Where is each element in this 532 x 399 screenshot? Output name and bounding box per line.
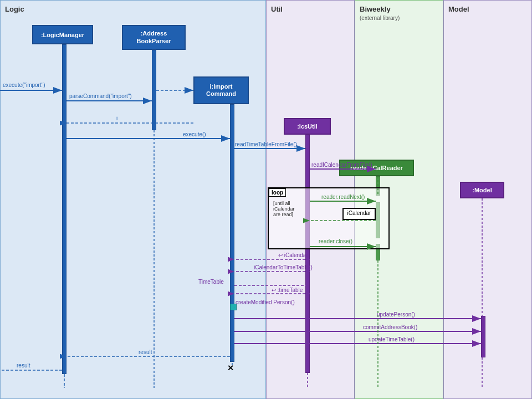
label-commitaddressbook: commitAddressBook() (363, 324, 417, 330)
activation-logicmanager (62, 44, 66, 374)
lifeline-icsutil: :IcsUtil (284, 118, 331, 135)
swimlane-util-title: Util (271, 5, 283, 13)
label-updatetimetable: updateTimeTable() (369, 336, 415, 342)
label-i-return: i (116, 115, 117, 121)
label-execute-import: execute("import") (3, 82, 45, 88)
label-result2: result (17, 362, 30, 369)
label-timetable-return: ↩ :timeTable (272, 287, 303, 293)
lifeline-model: :Model (460, 182, 504, 198)
icalendar-return-box: iCalendar (342, 208, 376, 220)
label-icalendar2: ↩ iCalendar (278, 252, 308, 258)
label-readicalendar: readICalendarFromFile() (311, 162, 372, 168)
label-createmodified: createModified Person() (236, 299, 295, 305)
diagram-container: Logic Util Biweekly (external library) M… (0, 0, 532, 399)
swimlane-biweekly-title: Biweekly (external library) (360, 5, 400, 22)
swimlane-model-title: Model (448, 5, 469, 13)
loop-condition: [until alliCalendarare read] (273, 201, 295, 217)
label-readtimetable: readTimeTableFromFile() (235, 141, 297, 147)
label-updateperson: updatePerson() (377, 311, 415, 318)
lifeline-importcommand: i:ImportCommand (193, 76, 249, 104)
lifeline-addressbookparser: :AddressBookParser (122, 25, 186, 50)
activation-addressbookparser (152, 50, 156, 130)
label-readernext: reader.readNext() (321, 194, 365, 200)
label-readerclose: reader.close() (319, 238, 352, 244)
lifeline-logicmanager: :LogicManager (32, 25, 93, 44)
activation-model (481, 316, 485, 357)
label-parsecommand: parseCommand("import") (69, 93, 132, 99)
label-timetable: TimeTable (198, 279, 224, 285)
activation-importcommand (230, 104, 234, 362)
swimlane-model: Model (443, 0, 532, 399)
label-result1: result (139, 349, 152, 355)
x-marker-importcommand: ✕ (227, 364, 234, 372)
loop-label: loop (269, 188, 286, 197)
label-icalendartotimetable: iCalendarToTimeTable() (254, 264, 313, 270)
swimlane-logic: Logic (0, 0, 266, 399)
swimlane-logic-title: Logic (5, 5, 24, 13)
label-execute: execute() (183, 131, 206, 137)
